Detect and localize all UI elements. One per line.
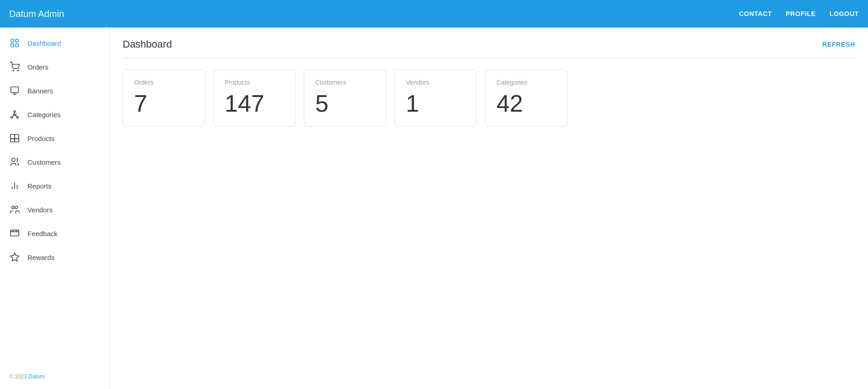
- svg-rect-1: [16, 39, 18, 42]
- rewards-icon: [9, 252, 20, 263]
- categories-icon: [9, 109, 20, 120]
- sidebar-item-label: Customers: [27, 158, 61, 166]
- sidebar-item-label: Dashboard: [27, 39, 61, 47]
- svg-point-8: [11, 117, 13, 119]
- products-icon: [9, 133, 20, 144]
- sidebar-item-label: Categories: [27, 111, 61, 119]
- svg-rect-3: [16, 44, 18, 47]
- sidebar-item-vendors[interactable]: Vendors: [0, 198, 109, 222]
- sidebar-item-label: Feedback: [27, 230, 58, 238]
- stat-label: Products: [225, 79, 284, 86]
- sidebar: Dashboard Orders Banners Categories: [0, 27, 110, 389]
- stats-grid: Orders 7 Products 147 Customers 5 Vendor…: [123, 69, 855, 127]
- svg-rect-0: [11, 39, 14, 42]
- svg-rect-2: [11, 44, 14, 47]
- main-content: Dashboard REFRESH Orders 7 Products 147 …: [110, 27, 868, 389]
- svg-point-19: [15, 206, 17, 209]
- page-title: Dashboard: [123, 38, 172, 50]
- sidebar-item-feedback[interactable]: Feedback: [0, 222, 109, 245]
- stat-value: 147: [225, 92, 284, 115]
- header-nav: CONTACT PROFILE LOGOUT: [739, 10, 859, 17]
- app-header: Datum Admin CONTACT PROFILE LOGOUT: [0, 0, 868, 27]
- stat-label: Categories: [496, 79, 556, 86]
- stat-card: Customers 5: [304, 69, 386, 127]
- stat-card: Vendors 1: [394, 69, 477, 127]
- stat-label: Customers: [315, 79, 375, 86]
- customers-icon: [9, 157, 20, 167]
- svg-point-5: [17, 70, 18, 71]
- sidebar-item-categories[interactable]: Categories: [0, 103, 109, 126]
- sidebar-item-label: Reports: [27, 182, 52, 190]
- vendors-icon: [9, 204, 20, 215]
- svg-rect-12: [11, 139, 15, 142]
- sidebar-item-label: Banners: [27, 87, 53, 95]
- feedback-icon: [9, 228, 20, 239]
- sidebar-item-label: Orders: [27, 63, 49, 71]
- stat-label: Orders: [134, 79, 194, 86]
- orders-icon: [9, 61, 20, 72]
- reports-icon: [9, 180, 20, 191]
- sidebar-item-rewards[interactable]: Rewards: [0, 245, 109, 269]
- sidebar-item-reports[interactable]: Reports: [0, 174, 109, 198]
- sidebar-item-dashboard[interactable]: Dashboard: [0, 31, 109, 55]
- sidebar-item-products[interactable]: Products: [0, 126, 109, 150]
- stat-value: 7: [134, 92, 194, 115]
- svg-rect-10: [11, 135, 15, 139]
- sidebar-item-label: Products: [27, 135, 54, 142]
- stat-value: 5: [315, 92, 375, 115]
- svg-rect-13: [15, 139, 19, 142]
- svg-point-18: [12, 206, 14, 209]
- svg-point-14: [12, 158, 15, 162]
- svg-rect-6: [11, 87, 19, 93]
- stat-value: 1: [406, 92, 465, 115]
- svg-rect-11: [15, 135, 19, 139]
- brand-logo: Datum Admin: [9, 9, 64, 19]
- stat-value: 42: [496, 92, 556, 115]
- refresh-button[interactable]: REFRESH: [822, 41, 855, 48]
- contact-link[interactable]: CONTACT: [739, 10, 772, 17]
- svg-point-7: [14, 111, 16, 113]
- stat-card: Products 147: [213, 69, 296, 127]
- datum-link[interactable]: Datum: [28, 373, 44, 380]
- svg-rect-20: [11, 230, 19, 236]
- logout-link[interactable]: LOGOUT: [830, 10, 859, 17]
- dashboard-icon: [9, 38, 20, 49]
- stat-card: Orders 7: [123, 69, 205, 127]
- sidebar-item-orders[interactable]: Orders: [0, 55, 109, 79]
- banners-icon: [9, 85, 20, 96]
- sidebar-item-customers[interactable]: Customers: [0, 150, 109, 174]
- sidebar-item-label: Rewards: [27, 254, 54, 261]
- sidebar-footer: © 2023 Datum: [0, 368, 109, 385]
- copyright-text: © 2023: [9, 373, 27, 380]
- svg-point-9: [17, 117, 19, 119]
- sidebar-item-label: Vendors: [27, 206, 53, 214]
- profile-link[interactable]: PROFILE: [786, 10, 816, 17]
- stat-card: Categories 42: [485, 69, 567, 127]
- stat-label: Vendors: [406, 79, 465, 86]
- sidebar-item-banners[interactable]: Banners: [0, 79, 109, 103]
- main-header: Dashboard REFRESH: [123, 38, 855, 58]
- svg-point-4: [13, 70, 14, 71]
